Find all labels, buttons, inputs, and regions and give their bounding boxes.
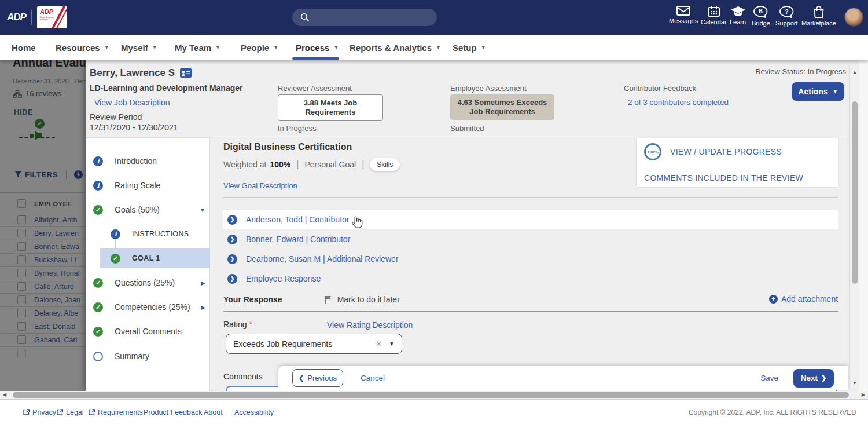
employee-response-row[interactable]: ❯ Employee Response [223, 269, 838, 288]
actions-button[interactable]: Actions ▼ [792, 82, 844, 101]
flag-icon [325, 295, 332, 304]
footer-link-product-feedback[interactable]: Product Feedback [144, 400, 202, 424]
topbar-item-bridge[interactable]: B Bridge [752, 6, 770, 27]
rating-select[interactable]: Exceeds Job Requirements ✕ ▼ [226, 334, 402, 354]
topbar-item-marketplace[interactable]: Marketplace [801, 6, 836, 27]
nav-item-resources[interactable]: Resources▼ [56, 35, 109, 60]
step-summary[interactable]: Summary [86, 346, 210, 366]
learn-label: Learn [730, 19, 746, 25]
footer-link-requirements[interactable]: Requirements [89, 400, 143, 424]
footer-link-privacy[interactable]: Privacy [23, 400, 56, 424]
step-goals[interactable]: ✓ Goals (50%) [86, 200, 210, 220]
badge-adp-text: ADP [40, 8, 53, 15]
next-button[interactable]: Next ❯ [793, 369, 834, 388]
caret-down-icon: ▼ [215, 45, 220, 50]
calendar-label: Calendar [701, 19, 727, 25]
clear-icon[interactable]: ✕ [376, 339, 382, 348]
footer-link-legal[interactable]: Legal [57, 400, 84, 424]
weight-value: 100% [270, 160, 290, 169]
progress-value: 100% [647, 149, 658, 155]
view-goal-description-link[interactable]: View Goal Description [223, 181, 297, 190]
collapse-caret-icon[interactable]: ▼ [200, 207, 205, 213]
chevron-right-icon: ❯ [227, 215, 237, 225]
topbar-item-learn[interactable]: Learn [730, 6, 746, 25]
comments-included-link[interactable]: COMMENTS INCLUDED IN THE REVIEW [644, 173, 803, 182]
save-button[interactable]: Save [760, 374, 778, 382]
right-gutter [859, 60, 868, 391]
step-questions[interactable]: ✓ Questions (25%) [86, 273, 210, 293]
view-rating-description-link[interactable]: View Rating Description [327, 320, 413, 330]
comments-label: Comments [223, 372, 263, 381]
global-search-input[interactable] [292, 9, 437, 26]
external-link-icon [57, 409, 63, 415]
user-avatar[interactable] [844, 8, 863, 27]
scroll-up-arrow[interactable]: ▲ [852, 70, 857, 75]
your-response-row: Your Response Mark to do it later [223, 294, 400, 305]
caret-down-icon: ▼ [333, 45, 339, 50]
topbar-item-calendar[interactable]: Calendar [701, 6, 727, 25]
chevron-right-icon: ❯ [821, 374, 826, 382]
goal-meta-row: Weighted at 100% | Personal Goal | Skill… [223, 158, 400, 171]
calendar-icon [708, 6, 720, 17]
step-goal-1[interactable]: ✓ GOAL 1 [86, 248, 210, 268]
reviewer-assessment-label: Reviewer Assessment [278, 84, 352, 93]
step-rating-scale[interactable]: i Rating Scale [86, 176, 210, 195]
caret-down-icon: ▼ [104, 45, 109, 50]
nav-item-process[interactable]: Process▼ [296, 35, 339, 60]
nav-item-setup[interactable]: Setup▼ [453, 35, 486, 60]
review-panel: Berry, Lawrence S Review Status: In Prog… [86, 60, 859, 391]
badge-tagline: Always Designing for People [40, 16, 55, 21]
expand-caret-icon[interactable]: ▶ [201, 280, 205, 286]
scroll-left-arrow[interactable]: ◀ [3, 393, 6, 397]
previous-button[interactable]: ❮ Previous [292, 369, 343, 387]
cancel-button[interactable]: Cancel [361, 374, 385, 382]
nav-item-home[interactable]: Home [12, 35, 36, 60]
info-icon: i [93, 156, 103, 166]
adp-anniversary-badge: ADP Always Designing for People [37, 6, 67, 28]
step-introduction[interactable]: i Introduction [86, 151, 210, 171]
add-attachment-link[interactable]: + Add attachment [769, 294, 838, 304]
view-job-description-link[interactable]: View Job Description [94, 98, 170, 107]
employee-name: Berry, Lawrence S [90, 67, 175, 79]
employee-assessment-label: Employee Assessment [450, 84, 527, 93]
contributor-row-anderson[interactable]: ❯ Anderson, Todd | Contributor [223, 210, 838, 229]
topbar-item-messages[interactable]: Messages [669, 6, 698, 24]
your-response-label: Your Response [223, 295, 282, 304]
chevron-right-icon: ❯ [227, 274, 237, 284]
action-bar: ❮ Previous Cancel Save Next ❯ [278, 366, 848, 390]
id-card-icon[interactable] [180, 68, 192, 78]
footer-link-about[interactable]: About [204, 400, 223, 424]
topbar-item-support[interactable]: ? Support [775, 6, 798, 27]
chevron-down-icon[interactable]: ▼ [389, 341, 395, 347]
brand: ADP ADP Always Designing for People [7, 0, 67, 35]
step-overall-comments[interactable]: ✓ Overall Comments [86, 321, 210, 341]
expand-caret-icon[interactable]: ▶ [201, 304, 205, 310]
contributor-feedback-link[interactable]: 2 of 3 contributors completed [628, 98, 729, 107]
mark-later-link[interactable]: Mark to do it later [337, 295, 400, 304]
progress-ring: 100% [644, 143, 661, 160]
view-update-progress-link[interactable]: VIEW / UPDATE PROGRESS [670, 147, 782, 156]
check-circle-icon: ✓ [93, 302, 103, 312]
contributor-row-bonner[interactable]: ❯ Bonner, Edward | Contributor [223, 229, 838, 249]
scroll-down-arrow[interactable]: ▼ [852, 381, 857, 386]
vertical-scrollbar-thumb[interactable] [852, 101, 858, 284]
scroll-right-arrow[interactable]: ▶ [862, 393, 865, 397]
nav-item-myself[interactable]: Myself▼ [121, 35, 157, 60]
empty-circle-icon [93, 352, 103, 361]
nav-item-my-team[interactable]: My Team▼ [175, 35, 220, 60]
nav-item-people[interactable]: People▼ [241, 35, 278, 60]
rating-selected-value: Exceeds Job Requirements [233, 339, 332, 349]
active-nav-underline [292, 57, 339, 60]
svg-text:B: B [759, 8, 763, 14]
support-label: Support [775, 20, 798, 27]
goal-type: Personal Goal [304, 160, 356, 169]
horizontal-scrollbar[interactable]: ◀ ▶ [0, 391, 868, 399]
brand-divider [31, 10, 32, 25]
nav-item-reports-analytics[interactable]: Reports & Analytics▼ [350, 35, 441, 60]
horizontal-scrollbar-thumb[interactable] [13, 392, 849, 398]
vertical-scrollbar[interactable]: ▲ ▼ [849, 67, 859, 389]
step-competencies[interactable]: ✓ Competencies (25%) [86, 297, 210, 317]
footer-link-accessibility[interactable]: Accessibility [234, 400, 274, 424]
step-goals-instructions[interactable]: i INSTRUCTIONS [86, 224, 210, 244]
contributor-row-dearborne[interactable]: ❯ Dearborne, Susan M | Additional Review… [223, 249, 838, 269]
